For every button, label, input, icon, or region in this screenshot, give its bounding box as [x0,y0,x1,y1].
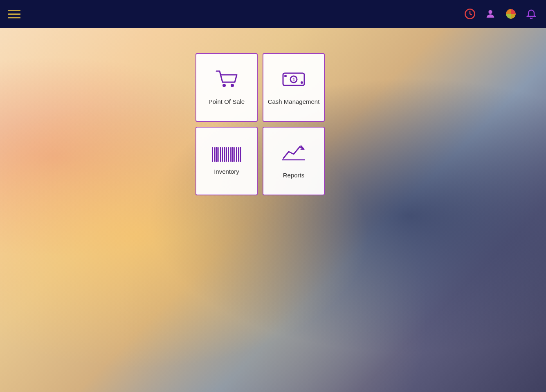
clock-icon[interactable] [463,7,476,20]
navbar [0,0,546,28]
svg-point-8 [284,75,287,77]
svg-point-4 [231,84,234,87]
cash-management-label: Cash Management [268,98,320,106]
bell-icon[interactable] [525,7,538,20]
svg-text:1: 1 [292,77,295,83]
hamburger-menu[interactable] [8,10,20,18]
chart-pie-icon[interactable] [504,7,517,20]
user-icon[interactable] [484,7,497,20]
menu-grid: Point Of Sale 1 Cash Management [195,53,325,195]
cash-icon: 1 [281,69,306,93]
cash-management-card[interactable]: 1 Cash Management [263,53,325,122]
point-of-sale-label: Point Of Sale [209,98,245,106]
inventory-card[interactable]: Inventory [195,127,258,195]
point-of-sale-card[interactable]: Point Of Sale [195,53,258,122]
svg-point-9 [301,81,303,84]
svg-point-3 [222,84,226,87]
nav-icons [463,7,538,20]
cart-icon [214,69,239,93]
barcode-icon [210,146,243,163]
reports-icon [281,143,306,166]
reports-card[interactable]: Reports [263,127,325,195]
svg-point-1 [488,10,492,14]
inventory-label: Inventory [214,168,239,176]
reports-label: Reports [283,171,305,179]
